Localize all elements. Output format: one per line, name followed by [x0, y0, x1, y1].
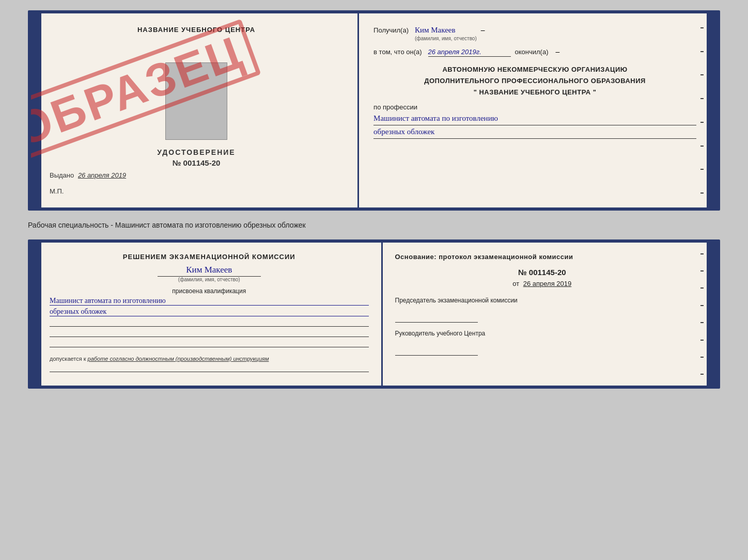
bottom-tick-marks [698, 243, 706, 386]
blank-line1 [50, 319, 369, 327]
dopuskaetsya-row: допускается к работе согласно должностны… [50, 356, 369, 362]
recipient-row: Получил(а) Ким Макеев (фамилия, имя, отч… [373, 26, 696, 41]
tick6 [700, 146, 704, 147]
protocol-num: № 001145-20 [395, 268, 690, 277]
btick1 [700, 253, 704, 254]
btick2 [700, 270, 704, 271]
tick1 [700, 27, 704, 28]
vydano-label: Выдано [50, 171, 74, 179]
bottom-left-bar [31, 243, 41, 386]
poluchil-label: Получил(а) [373, 26, 409, 34]
udostoverenie-label: УДОСТОВЕРЕНИЕ [157, 148, 235, 156]
btick8 [700, 374, 704, 375]
tick-marks-right [698, 13, 706, 207]
btick4 [700, 305, 704, 306]
bottom-profession-block: Машинист автомата по изготовлению обрезн… [50, 297, 369, 316]
ot-label: от [512, 280, 519, 287]
blank-line3 [50, 340, 369, 347]
middle-label: Рабочая специальность - Машинист автомат… [28, 219, 720, 231]
dopuskaetsya-prefix: допускается к [50, 356, 86, 362]
center-line2: ДОПОЛНИТЕЛЬНОГО ПРОФЕССИОНАЛЬНОГО ОБРАЗО… [373, 75, 696, 87]
bottom-recipient-name: Ким Макеев [50, 265, 369, 275]
top-cert-left: НАЗВАНИЕ УЧЕБНОГО ЦЕНТРА ОБРАЗЕЦ УДОСТОВ… [31, 13, 359, 207]
left-title: НАЗВАНИЕ УЧЕБНОГО ЦЕНТРА [50, 26, 343, 34]
tick8 [700, 193, 704, 194]
dash1: – [481, 26, 485, 34]
rukovoditel-block: Руководитель учебного Центра [395, 330, 690, 356]
okonchil-label: окончил(а) [515, 48, 549, 56]
tick7 [700, 169, 704, 170]
bottom-name-block: Ким Макеев (фамилия, имя, отчество) [50, 265, 369, 282]
po-professii-label: по профессии [373, 103, 696, 111]
udostoverenie-box: УДОСТОВЕРЕНИЕ № 001145-20 [50, 54, 343, 167]
btick3 [700, 287, 704, 289]
center-line1: АВТОНОМНУЮ НЕКОММЕРЧЕСКУЮ ОРГАНИЗАЦИЮ [373, 64, 696, 75]
komissia-title: Решением экзаменационной комиссии [50, 253, 369, 261]
photo-placeholder [165, 62, 227, 140]
bottom-fio-sub: (фамилия, имя, отчество) [158, 276, 261, 282]
right-decorative-bar [707, 13, 717, 207]
profession-line1: Машинист автомата по изготовлению [373, 114, 696, 125]
bottom-certificate: Решением экзаменационной комиссии Ким Ма… [28, 239, 720, 389]
vtom-date: 26 апреля 2019г. [428, 48, 511, 57]
mp-label: М.П. [50, 187, 343, 195]
btick6 [700, 340, 704, 341]
btick7 [700, 357, 704, 358]
bottom-cert-left: Решением экзаменационной комиссии Ким Ма… [31, 243, 383, 386]
vydano-date: 26 апреля 2019 [78, 171, 126, 179]
vtom-label: в том, что он(а) [373, 48, 422, 56]
dash2: – [556, 47, 560, 56]
protocol-date-value: 26 апреля 2019 [523, 280, 572, 287]
blank-line2 [50, 330, 369, 337]
rukovoditel-sign-line [395, 347, 478, 356]
top-certificate: НАЗВАНИЕ УЧЕБНОГО ЦЕНТРА ОБРАЗЕЦ УДОСТОВ… [28, 10, 720, 211]
dopuskaetsya-text: работе согласно должностным (производств… [88, 356, 269, 362]
predsedatel-block: Председатель экзаменационной комиссии [395, 297, 690, 323]
profession-block: Машинист автомата по изготовлению обрезн… [373, 114, 696, 139]
predsedatel-sign-line [395, 314, 478, 323]
predsedatel-label: Председатель экзаменационной комиссии [395, 297, 690, 304]
document-container: НАЗВАНИЕ УЧЕБНОГО ЦЕНТРА ОБРАЗЕЦ УДОСТОВ… [28, 10, 720, 389]
center-text-block: АВТОНОМНУЮ НЕКОММЕРЧЕСКУЮ ОРГАНИЗАЦИЮ ДО… [373, 64, 696, 98]
profession-line2: обрезных обложек [373, 127, 696, 139]
tick2 [700, 51, 704, 52]
bottom-cert-right: Основание: протокол экзаменационной коми… [383, 243, 718, 386]
vydano-line: Выдано 26 апреля 2019 [50, 171, 343, 179]
rukovoditel-label: Руководитель учебного Центра [395, 330, 690, 337]
bottom-right-bar [707, 243, 717, 386]
protocol-date: от 26 апреля 2019 [395, 280, 690, 287]
prisvoena-label: присвоена квалификация [50, 287, 369, 295]
tick4 [700, 98, 704, 99]
tick5 [700, 122, 704, 123]
btick5 [700, 322, 704, 323]
osnovanie-title: Основание: протокол экзаменационной коми… [395, 253, 690, 261]
vtom-row: в том, что он(а) 26 апреля 2019г. окончи… [373, 47, 696, 57]
fio-sub: (фамилия, имя, отчество) [415, 36, 477, 41]
recipient-name: Ким Макеев [415, 26, 477, 35]
udostoverenie-number: № 001145-20 [173, 158, 221, 167]
bottom-profession-line2: обрезных обложек [50, 308, 369, 316]
right-content-inner: Основание: протокол экзаменационной коми… [383, 243, 702, 373]
bottom-profession-line1: Машинист автомата по изготовлению [50, 297, 369, 306]
center-line3: " НАЗВАНИЕ УЧЕБНОГО ЦЕНТРА " [373, 87, 696, 98]
tick3 [700, 74, 704, 75]
blank-line4 [50, 365, 369, 372]
top-cert-right: Получил(а) Ким Макеев (фамилия, имя, отч… [359, 13, 717, 207]
